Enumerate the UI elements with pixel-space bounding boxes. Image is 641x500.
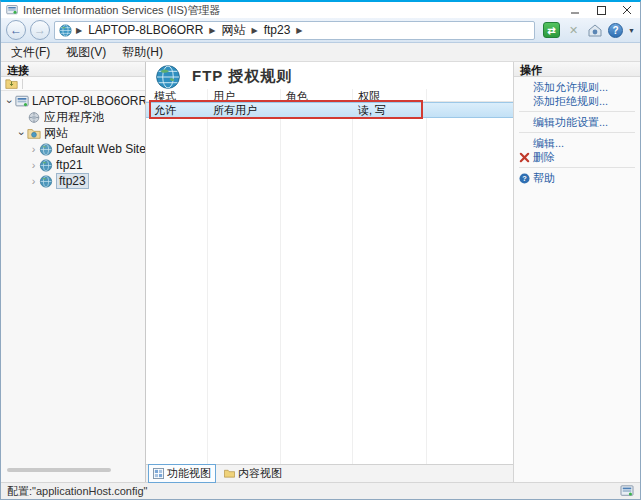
tree-item-sites[interactable]: › 网站 — [1, 125, 145, 141]
forward-button[interactable]: → — [30, 20, 50, 40]
status-config-text: 配置:"applicationHost.config" — [7, 484, 148, 499]
table-header-row: 模式 用户 角色 权限 — [146, 89, 513, 102]
status-bar: 配置:"applicationHost.config" — [1, 482, 640, 499]
window-title: Internet Information Services (IIS)管理器 — [23, 3, 562, 18]
menu-bar: 文件(F) 视图(V) 帮助(H) — [1, 43, 640, 62]
column-header-mode[interactable]: 模式 — [148, 89, 207, 101]
refresh-icon[interactable]: ⇄ — [543, 22, 560, 38]
app-pools-icon — [27, 111, 41, 124]
actions-header: 操作 — [514, 62, 640, 77]
feature-panel: FTP 授权规则 模式 用户 角色 权限 允许 所有用户 读, 写 — [146, 62, 514, 482]
content-view-icon — [224, 468, 235, 479]
save-connections-icon[interactable] — [5, 78, 18, 89]
chevron-right-icon[interactable]: › — [28, 144, 39, 155]
action-edit-feature-settings[interactable]: 编辑功能设置... — [514, 115, 640, 129]
menu-file[interactable]: 文件(F) — [3, 43, 58, 62]
actions-panel: 操作 添加允许规则... 添加拒绝规则... 编辑功能设置... 编辑... — [514, 62, 640, 482]
chevron-right-icon[interactable]: › — [28, 160, 39, 171]
connections-header: 连接 — [1, 62, 145, 77]
breadcrumb-arrow-icon[interactable]: ▶ — [249, 26, 259, 35]
title-bar: Internet Information Services (IIS)管理器 — [1, 2, 640, 18]
server-icon — [15, 95, 29, 108]
ftp-rules-icon — [155, 64, 181, 90]
actions-separator — [519, 167, 635, 168]
tab-label: 内容视图 — [238, 466, 282, 481]
tree-item-label: LAPTOP-8LBO6ORR (LAPTOP-8LB — [32, 94, 145, 108]
action-edit[interactable]: 编辑... — [514, 136, 640, 150]
cell-mode: 允许 — [148, 103, 207, 118]
site-globe-icon — [39, 143, 53, 156]
column-header-permission[interactable]: 权限 — [352, 89, 426, 101]
table-row[interactable]: 允许 所有用户 读, 写 — [146, 102, 513, 118]
help-question-icon: ? — [519, 173, 530, 184]
tree-item-label: 应用程序池 — [44, 109, 104, 126]
site-globe-icon — [39, 159, 53, 172]
feature-title-block: FTP 授权规则 — [146, 62, 513, 89]
sites-folder-icon — [27, 127, 41, 140]
menu-view[interactable]: 视图(V) — [58, 43, 114, 62]
tree-item-server[interactable]: › LAPTOP-8LBO6ORR (LAPTOP-8LB — [1, 93, 145, 109]
window-controls — [562, 2, 640, 18]
cell-permission: 读, 写 — [352, 103, 426, 118]
breadcrumb-item-ftp23[interactable]: ftp23 — [262, 23, 293, 37]
connections-toolbar — [1, 77, 145, 91]
column-header-user[interactable]: 用户 — [207, 89, 280, 101]
chevron-down-icon[interactable]: › — [4, 96, 15, 107]
close-button[interactable] — [614, 2, 640, 18]
column-header-role[interactable]: 角色 — [280, 89, 352, 101]
column-divider[interactable] — [426, 89, 427, 464]
tree-item-app-pools[interactable]: 应用程序池 — [1, 109, 145, 125]
action-add-deny-rule[interactable]: 添加拒绝规则... — [514, 94, 640, 108]
tab-label: 功能视图 — [167, 466, 211, 481]
maximize-button[interactable] — [588, 2, 614, 18]
breadcrumb[interactable]: ▶ LAPTOP-8LBO6ORR ▶ 网站 ▶ ftp23 ▶ — [54, 21, 535, 40]
breadcrumb-item-sites[interactable]: 网站 — [219, 22, 247, 39]
home-icon[interactable] — [587, 23, 603, 38]
tree-item-default-web-site[interactable]: › Default Web Site — [1, 141, 145, 157]
status-server-icon — [620, 485, 634, 497]
actions-body: 添加允许规则... 添加拒绝规则... 编辑功能设置... 编辑... — [514, 77, 640, 185]
chevron-right-icon[interactable]: › — [28, 176, 39, 187]
content-area: 连接 › LAPTOP-8LBO6ORR (LAPT — [1, 62, 640, 482]
help-dropdown-icon[interactable]: ▼ — [628, 27, 635, 34]
tree-item-ftp23[interactable]: › ftp23 — [1, 173, 145, 189]
site-globe-icon — [39, 175, 53, 188]
breadcrumb-arrow-icon[interactable]: ▶ — [207, 26, 217, 35]
globe-icon — [59, 24, 72, 37]
help-icon[interactable]: ? — [608, 23, 623, 38]
action-delete[interactable]: 删除 — [514, 150, 640, 164]
back-button[interactable]: ← — [6, 20, 26, 40]
page-title: FTP 授权规则 — [192, 67, 292, 86]
tree-item-label: 网站 — [44, 125, 68, 142]
address-bar: ← → ▶ LAPTOP-8LBO6ORR ▶ 网站 ▶ ftp23 ▶ ⇄ ✕ — [1, 18, 640, 43]
horizontal-scrollbar[interactable] — [7, 468, 111, 472]
chevron-down-icon[interactable]: › — [16, 128, 27, 139]
breadcrumb-arrow-icon: ▶ — [74, 26, 84, 35]
app-icon[interactable] — [6, 4, 18, 16]
breadcrumb-arrow-icon[interactable]: ▶ — [294, 26, 304, 35]
connections-panel: 连接 › LAPTOP-8LBO6ORR (LAPT — [1, 62, 146, 482]
tree-item-label: Default Web Site — [56, 142, 145, 156]
navbar-tools: ⇄ ✕ ? ▼ — [539, 22, 635, 38]
toolbar-separator — [22, 79, 23, 89]
iis-manager-window: Internet Information Services (IIS)管理器 ←… — [0, 0, 641, 500]
column-divider[interactable] — [352, 89, 353, 464]
actions-separator — [519, 132, 635, 133]
view-tabs: 功能视图 内容视图 — [146, 464, 513, 482]
features-view-icon — [153, 468, 164, 479]
cell-user: 所有用户 — [207, 103, 280, 118]
rules-list: 模式 用户 角色 权限 允许 所有用户 读, 写 — [146, 89, 513, 464]
menu-help[interactable]: 帮助(H) — [114, 43, 171, 62]
column-divider[interactable] — [207, 89, 208, 464]
stop-icon[interactable]: ✕ — [565, 22, 582, 38]
delete-x-icon — [519, 152, 530, 163]
action-add-allow-rule[interactable]: 添加允许规则... — [514, 80, 640, 94]
tree-item-ftp21[interactable]: › ftp21 — [1, 157, 145, 173]
breadcrumb-item-server[interactable]: LAPTOP-8LBO6ORR — [86, 23, 205, 37]
action-help[interactable]: ? 帮助 — [514, 171, 640, 185]
tab-content-view[interactable]: 内容视图 — [219, 464, 287, 483]
column-divider[interactable] — [280, 89, 281, 464]
tab-features-view[interactable]: 功能视图 — [148, 464, 216, 483]
tree-item-label: ftp23 — [56, 173, 89, 189]
minimize-button[interactable] — [562, 2, 588, 18]
